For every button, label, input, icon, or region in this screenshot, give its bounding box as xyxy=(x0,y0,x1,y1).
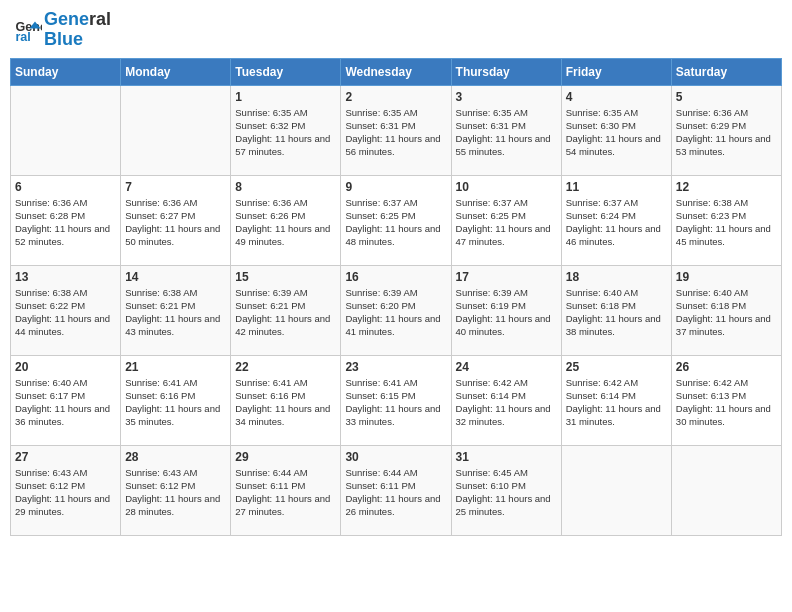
day-info: Sunrise: 6:42 AM Sunset: 6:14 PM Dayligh… xyxy=(566,376,667,429)
day-number: 20 xyxy=(15,360,116,374)
calendar-cell: 3Sunrise: 6:35 AM Sunset: 6:31 PM Daylig… xyxy=(451,85,561,175)
day-number: 26 xyxy=(676,360,777,374)
col-header-thursday: Thursday xyxy=(451,58,561,85)
col-header-friday: Friday xyxy=(561,58,671,85)
day-info: Sunrise: 6:37 AM Sunset: 6:25 PM Dayligh… xyxy=(456,196,557,249)
week-row-1: 1Sunrise: 6:35 AM Sunset: 6:32 PM Daylig… xyxy=(11,85,782,175)
day-number: 5 xyxy=(676,90,777,104)
calendar-cell: 24Sunrise: 6:42 AM Sunset: 6:14 PM Dayli… xyxy=(451,355,561,445)
day-info: Sunrise: 6:36 AM Sunset: 6:27 PM Dayligh… xyxy=(125,196,226,249)
logo-text: GeneralBlue xyxy=(44,10,111,50)
day-info: Sunrise: 6:41 AM Sunset: 6:16 PM Dayligh… xyxy=(125,376,226,429)
day-info: Sunrise: 6:43 AM Sunset: 6:12 PM Dayligh… xyxy=(125,466,226,519)
day-info: Sunrise: 6:38 AM Sunset: 6:21 PM Dayligh… xyxy=(125,286,226,339)
day-number: 25 xyxy=(566,360,667,374)
week-row-2: 6Sunrise: 6:36 AM Sunset: 6:28 PM Daylig… xyxy=(11,175,782,265)
day-info: Sunrise: 6:39 AM Sunset: 6:20 PM Dayligh… xyxy=(345,286,446,339)
calendar-cell: 10Sunrise: 6:37 AM Sunset: 6:25 PM Dayli… xyxy=(451,175,561,265)
calendar-cell: 28Sunrise: 6:43 AM Sunset: 6:12 PM Dayli… xyxy=(121,445,231,535)
day-info: Sunrise: 6:40 AM Sunset: 6:18 PM Dayligh… xyxy=(566,286,667,339)
day-number: 13 xyxy=(15,270,116,284)
col-header-tuesday: Tuesday xyxy=(231,58,341,85)
calendar-cell: 2Sunrise: 6:35 AM Sunset: 6:31 PM Daylig… xyxy=(341,85,451,175)
calendar-cell: 30Sunrise: 6:44 AM Sunset: 6:11 PM Dayli… xyxy=(341,445,451,535)
calendar-cell: 19Sunrise: 6:40 AM Sunset: 6:18 PM Dayli… xyxy=(671,265,781,355)
day-info: Sunrise: 6:44 AM Sunset: 6:11 PM Dayligh… xyxy=(345,466,446,519)
day-number: 11 xyxy=(566,180,667,194)
calendar-cell: 11Sunrise: 6:37 AM Sunset: 6:24 PM Dayli… xyxy=(561,175,671,265)
calendar-cell: 25Sunrise: 6:42 AM Sunset: 6:14 PM Dayli… xyxy=(561,355,671,445)
week-row-4: 20Sunrise: 6:40 AM Sunset: 6:17 PM Dayli… xyxy=(11,355,782,445)
day-number: 1 xyxy=(235,90,336,104)
day-number: 22 xyxy=(235,360,336,374)
day-info: Sunrise: 6:39 AM Sunset: 6:21 PM Dayligh… xyxy=(235,286,336,339)
day-number: 4 xyxy=(566,90,667,104)
calendar-cell: 8Sunrise: 6:36 AM Sunset: 6:26 PM Daylig… xyxy=(231,175,341,265)
day-info: Sunrise: 6:35 AM Sunset: 6:31 PM Dayligh… xyxy=(345,106,446,159)
logo-icon: Gene ral xyxy=(14,16,42,44)
calendar-cell: 5Sunrise: 6:36 AM Sunset: 6:29 PM Daylig… xyxy=(671,85,781,175)
day-number: 2 xyxy=(345,90,446,104)
week-row-3: 13Sunrise: 6:38 AM Sunset: 6:22 PM Dayli… xyxy=(11,265,782,355)
calendar-cell: 17Sunrise: 6:39 AM Sunset: 6:19 PM Dayli… xyxy=(451,265,561,355)
day-info: Sunrise: 6:41 AM Sunset: 6:15 PM Dayligh… xyxy=(345,376,446,429)
calendar-cell: 20Sunrise: 6:40 AM Sunset: 6:17 PM Dayli… xyxy=(11,355,121,445)
day-info: Sunrise: 6:35 AM Sunset: 6:32 PM Dayligh… xyxy=(235,106,336,159)
day-number: 12 xyxy=(676,180,777,194)
calendar-cell: 31Sunrise: 6:45 AM Sunset: 6:10 PM Dayli… xyxy=(451,445,561,535)
week-row-5: 27Sunrise: 6:43 AM Sunset: 6:12 PM Dayli… xyxy=(11,445,782,535)
day-number: 30 xyxy=(345,450,446,464)
col-header-saturday: Saturday xyxy=(671,58,781,85)
day-number: 7 xyxy=(125,180,226,194)
day-info: Sunrise: 6:36 AM Sunset: 6:26 PM Dayligh… xyxy=(235,196,336,249)
calendar-cell: 22Sunrise: 6:41 AM Sunset: 6:16 PM Dayli… xyxy=(231,355,341,445)
calendar-cell: 1Sunrise: 6:35 AM Sunset: 6:32 PM Daylig… xyxy=(231,85,341,175)
day-number: 9 xyxy=(345,180,446,194)
calendar-cell: 16Sunrise: 6:39 AM Sunset: 6:20 PM Dayli… xyxy=(341,265,451,355)
calendar-cell: 6Sunrise: 6:36 AM Sunset: 6:28 PM Daylig… xyxy=(11,175,121,265)
calendar-cell: 4Sunrise: 6:35 AM Sunset: 6:30 PM Daylig… xyxy=(561,85,671,175)
day-number: 14 xyxy=(125,270,226,284)
day-info: Sunrise: 6:43 AM Sunset: 6:12 PM Dayligh… xyxy=(15,466,116,519)
calendar-cell xyxy=(11,85,121,175)
day-info: Sunrise: 6:38 AM Sunset: 6:23 PM Dayligh… xyxy=(676,196,777,249)
calendar-cell: 15Sunrise: 6:39 AM Sunset: 6:21 PM Dayli… xyxy=(231,265,341,355)
day-info: Sunrise: 6:36 AM Sunset: 6:28 PM Dayligh… xyxy=(15,196,116,249)
day-number: 23 xyxy=(345,360,446,374)
day-info: Sunrise: 6:37 AM Sunset: 6:24 PM Dayligh… xyxy=(566,196,667,249)
day-number: 19 xyxy=(676,270,777,284)
day-info: Sunrise: 6:42 AM Sunset: 6:13 PM Dayligh… xyxy=(676,376,777,429)
day-info: Sunrise: 6:40 AM Sunset: 6:18 PM Dayligh… xyxy=(676,286,777,339)
day-info: Sunrise: 6:36 AM Sunset: 6:29 PM Dayligh… xyxy=(676,106,777,159)
calendar-cell xyxy=(121,85,231,175)
calendar-cell: 7Sunrise: 6:36 AM Sunset: 6:27 PM Daylig… xyxy=(121,175,231,265)
day-number: 16 xyxy=(345,270,446,284)
svg-text:ral: ral xyxy=(15,30,30,44)
day-info: Sunrise: 6:44 AM Sunset: 6:11 PM Dayligh… xyxy=(235,466,336,519)
calendar-cell xyxy=(561,445,671,535)
day-number: 28 xyxy=(125,450,226,464)
day-number: 10 xyxy=(456,180,557,194)
logo: Gene ral GeneralBlue xyxy=(14,10,111,50)
day-number: 8 xyxy=(235,180,336,194)
col-header-monday: Monday xyxy=(121,58,231,85)
calendar-cell: 26Sunrise: 6:42 AM Sunset: 6:13 PM Dayli… xyxy=(671,355,781,445)
calendar-cell: 13Sunrise: 6:38 AM Sunset: 6:22 PM Dayli… xyxy=(11,265,121,355)
calendar-cell: 27Sunrise: 6:43 AM Sunset: 6:12 PM Dayli… xyxy=(11,445,121,535)
day-number: 29 xyxy=(235,450,336,464)
calendar-cell: 9Sunrise: 6:37 AM Sunset: 6:25 PM Daylig… xyxy=(341,175,451,265)
day-number: 6 xyxy=(15,180,116,194)
day-info: Sunrise: 6:40 AM Sunset: 6:17 PM Dayligh… xyxy=(15,376,116,429)
calendar-cell: 14Sunrise: 6:38 AM Sunset: 6:21 PM Dayli… xyxy=(121,265,231,355)
day-number: 15 xyxy=(235,270,336,284)
day-number: 3 xyxy=(456,90,557,104)
day-info: Sunrise: 6:45 AM Sunset: 6:10 PM Dayligh… xyxy=(456,466,557,519)
col-header-sunday: Sunday xyxy=(11,58,121,85)
day-info: Sunrise: 6:38 AM Sunset: 6:22 PM Dayligh… xyxy=(15,286,116,339)
day-number: 31 xyxy=(456,450,557,464)
col-header-wednesday: Wednesday xyxy=(341,58,451,85)
day-number: 27 xyxy=(15,450,116,464)
day-info: Sunrise: 6:35 AM Sunset: 6:31 PM Dayligh… xyxy=(456,106,557,159)
header-row: SundayMondayTuesdayWednesdayThursdayFrid… xyxy=(11,58,782,85)
day-info: Sunrise: 6:41 AM Sunset: 6:16 PM Dayligh… xyxy=(235,376,336,429)
